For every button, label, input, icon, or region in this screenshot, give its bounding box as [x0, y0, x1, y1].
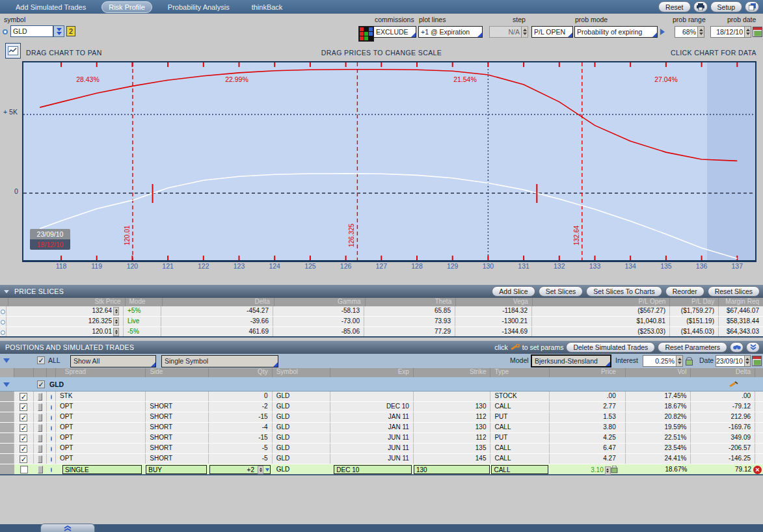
x-axis-tick-label: 127 — [371, 262, 391, 270]
x-axis-tick-label: 129 — [443, 262, 462, 270]
plot-lines-dropdown[interactable]: +1 @ Expiration — [418, 26, 483, 38]
position-checkbox[interactable]: ✓ — [20, 414, 27, 421]
risk-profile-app: Add Simulated Trades Risk Profile Probab… — [0, 0, 763, 532]
risk-profile-chart[interactable]: 28.43% 22.99% 21.54% 27.04% 120.01126.32… — [22, 61, 756, 262]
spinner-arrows-icon[interactable] — [605, 466, 611, 475]
collapse-section-button[interactable] — [746, 342, 760, 352]
set-slices-button[interactable]: Set Slices — [539, 286, 583, 297]
pl-mode-dropdown[interactable]: P/L OPEN — [531, 26, 573, 38]
set-slices-to-charts-button[interactable]: Set Slices To Charts — [586, 286, 662, 297]
interest-spinner[interactable]: 0.25% — [643, 355, 683, 367]
expand-panel-button[interactable] — [40, 524, 95, 532]
symbol-mode-dropdown[interactable]: Single Symbol — [161, 355, 278, 367]
spinner-arrows-icon[interactable] — [113, 307, 119, 315]
row-options-button[interactable] — [38, 466, 43, 473]
slice-bullet-icon[interactable] — [1, 320, 5, 325]
cell-side: SHORT — [146, 444, 209, 453]
lock-icon[interactable] — [686, 357, 691, 364]
expander-triangle-icon[interactable] — [3, 358, 10, 363]
col-theta: Theta — [366, 298, 457, 306]
position-checkbox[interactable]: ✓ — [20, 403, 27, 411]
sim-price-spinner[interactable]: 3.10 — [550, 464, 626, 474]
lock-icon[interactable] — [611, 466, 616, 472]
set-params-icon[interactable] — [729, 381, 738, 388]
chevron-down-icon[interactable] — [265, 468, 269, 472]
row-options-button[interactable] — [38, 424, 42, 432]
expander-triangle-icon[interactable] — [3, 382, 10, 387]
slice-mode[interactable]: +5% — [124, 306, 161, 316]
row-options-button[interactable] — [38, 434, 42, 442]
symbol-group-row[interactable]: ✓ GLD — [0, 377, 763, 392]
tab-probability-analysis[interactable]: Probability Analysis — [161, 2, 236, 12]
detach-window-button[interactable] — [745, 1, 759, 12]
expand-arrow-icon[interactable] — [660, 29, 665, 35]
calendar-icon[interactable] — [752, 356, 762, 366]
slice-price-spinner[interactable]: 126.325 — [7, 317, 124, 326]
position-checkbox[interactable]: ✓ — [20, 434, 27, 442]
row-options-button[interactable] — [38, 393, 42, 401]
row-options-button[interactable] — [38, 403, 42, 411]
spinner-arrows-icon[interactable] — [113, 328, 119, 336]
position-row: ✓ OPT SHORT -5 GLD JUN 11 135 CALL 6.47 … — [0, 444, 763, 454]
spinner-arrows-icon — [676, 356, 682, 366]
collapse-triangle-icon[interactable] — [4, 290, 9, 293]
sim-spread-dropdown[interactable]: SINGLE — [62, 465, 142, 474]
commissions-dropdown[interactable]: EXCLUDE — [373, 26, 416, 38]
slice-mode[interactable]: Live — [124, 317, 161, 326]
spinner-arrows-icon — [521, 27, 528, 37]
chart-canvas[interactable] — [23, 62, 755, 260]
cell-vol: 23.54% — [626, 444, 691, 453]
prob-mode-dropdown[interactable]: Probability of expiring — [574, 26, 658, 38]
show-all-dropdown[interactable]: Show All — [70, 355, 156, 367]
row-options-button[interactable] — [38, 445, 42, 453]
slice-mode[interactable]: -5% — [124, 327, 161, 336]
group-checkbox[interactable]: ✓ — [37, 380, 45, 388]
model-label: Model — [510, 356, 529, 364]
position-row: ✓ OPT SHORT -5 GLD JUN 11 145 CALL 4.27 … — [0, 454, 763, 464]
sim-side-dropdown[interactable]: BUY — [146, 465, 207, 474]
position-checkbox[interactable]: ✓ — [20, 424, 27, 432]
sim-strike-dropdown[interactable]: 130 — [414, 465, 490, 474]
reset-slices-button[interactable]: Reset Slices — [708, 286, 760, 297]
slice-price-spinner[interactable]: 120.01 — [7, 327, 124, 336]
reset-button[interactable]: Reset — [658, 1, 690, 12]
row-options-button[interactable] — [38, 414, 42, 421]
reorder-button[interactable]: Reorder — [665, 286, 704, 297]
prob-range-spinner[interactable]: 68% — [675, 26, 704, 38]
analyze-button[interactable] — [730, 342, 743, 352]
setup-button[interactable]: Setup — [710, 1, 742, 12]
row-options-button[interactable] — [38, 455, 42, 463]
sim-type-dropdown[interactable]: CALL — [491, 465, 548, 474]
tab-thinkback[interactable]: thinkBack — [245, 2, 289, 12]
prob-date-spinner[interactable]: 18/12/10 — [710, 26, 751, 38]
sim-exp-dropdown[interactable]: DEC 10 — [334, 465, 412, 474]
slice-pl-open: $1,040.81 — [532, 317, 670, 326]
calendar-icon[interactable] — [753, 27, 762, 37]
all-checkbox[interactable]: ✓ — [37, 356, 45, 364]
remove-trade-button[interactable]: × — [753, 466, 762, 474]
symbol-count-badge[interactable]: 2 — [66, 26, 75, 36]
sim-qty-spinner[interactable]: +2 — [209, 465, 271, 474]
commissions-label: commissions — [375, 16, 414, 23]
slice-bullet-icon[interactable] — [1, 330, 5, 335]
symbol-dropdown-button[interactable] — [53, 25, 64, 37]
slice-price-spinner[interactable]: 132.64 — [7, 306, 124, 316]
slice-bullet-icon[interactable] — [1, 310, 5, 314]
tab-risk-profile[interactable]: Risk Profile — [101, 1, 152, 13]
symbol-input[interactable]: GLD — [10, 25, 53, 37]
print-button[interactable] — [693, 1, 708, 12]
add-slice-button[interactable]: Add Slice — [492, 286, 535, 297]
positions-date-spinner[interactable]: 23/09/10 — [716, 355, 751, 367]
tab-add-simulated-trades[interactable]: Add Simulated Trades — [9, 2, 92, 12]
sim-checkbox[interactable] — [20, 466, 28, 473]
position-checkbox[interactable]: ✓ — [20, 455, 27, 463]
position-checkbox[interactable]: ✓ — [20, 393, 27, 401]
model-dropdown[interactable]: Bjerksund-Stensland — [531, 354, 611, 367]
delete-simulated-trades-button[interactable]: Delete Simulated Trades — [566, 342, 655, 352]
position-checkbox[interactable]: ✓ — [20, 445, 27, 453]
spinner-arrows-icon[interactable] — [258, 466, 263, 474]
sim-vol: 18.67% — [626, 464, 691, 474]
color-grid-icon[interactable] — [358, 26, 374, 42]
spinner-arrows-icon[interactable] — [113, 317, 119, 326]
reset-parameters-button[interactable]: Reset Parameters — [658, 342, 727, 352]
